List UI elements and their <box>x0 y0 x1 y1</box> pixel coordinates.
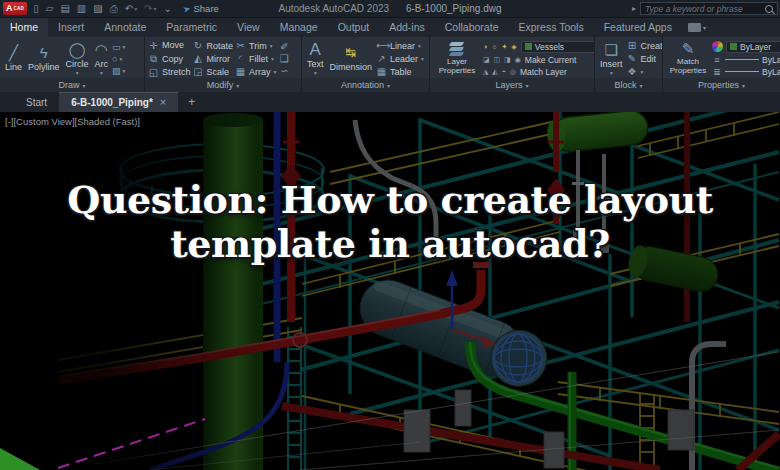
modify-panel-label[interactable]: Modify ▾ <box>145 78 301 92</box>
copy-icon: ⧉ <box>148 53 159 65</box>
create-block-icon: ⊞ <box>627 40 638 51</box>
ribbon-display-toggle[interactable]: ▾ <box>688 18 706 37</box>
tab-manage[interactable]: Manage <box>270 18 328 37</box>
layers-panel-label[interactable]: Layers ▾ <box>430 78 594 92</box>
hatch-tool[interactable]: ▨ ▾ <box>112 66 125 76</box>
linetype-icon: ≣ <box>712 67 722 77</box>
annotation-panel-label[interactable]: Annotation ▾ <box>302 78 429 92</box>
circle-dropdown-icon[interactable]: ▾ <box>76 70 79 76</box>
table-tool[interactable]: ▦ Table <box>376 66 424 77</box>
make-current-button[interactable]: ◪ ◫ ◨ ◉ Make Current <box>483 55 594 65</box>
arc-tool[interactable]: ◠ Arc ▾ <box>93 42 111 76</box>
viewport-menu-control[interactable]: [-] <box>5 116 13 127</box>
horizontal-tank <box>352 272 555 395</box>
undo-button[interactable]: ↶ ▾ <box>125 0 137 18</box>
window-title: Autodesk AutoCAD 2023 6-B-1000_Piping.dw… <box>240 0 540 18</box>
modify-extra-icons[interactable]: ✐❏∽ <box>278 41 290 77</box>
layer-dropdown[interactable]: Vessels ▾ <box>521 41 594 53</box>
match-layer-button[interactable]: ◮ ◭ ◓ ◎ Match Layer <box>483 67 594 77</box>
lineweight-dropdown[interactable]: ≡ ByLayer <box>712 55 780 65</box>
edit-block-tool[interactable]: ✎ Edit <box>627 53 662 64</box>
move-tool[interactable]: ✛ Move <box>148 40 191 51</box>
ribbon-tab-bar: Home Insert Annotate Parametric View Man… <box>0 18 780 37</box>
print-icon[interactable]: ⎙ <box>110 0 118 18</box>
tab-collaborate[interactable]: Collaborate <box>435 18 509 37</box>
leader-tool[interactable]: ↗ Leader ▾ <box>376 53 424 64</box>
copy-tool[interactable]: ⧉ Copy <box>148 53 191 65</box>
customize-qat-icon[interactable]: ⌄ <box>164 0 172 18</box>
open-icon[interactable]: ▱ <box>46 0 54 18</box>
autocad-logo[interactable]: A CAD <box>3 2 27 15</box>
tab-output[interactable]: Output <box>328 18 380 37</box>
linetype-dropdown[interactable]: ≣ ByLayer <box>712 67 780 77</box>
tab-add-ins[interactable]: Add-ins <box>379 18 435 37</box>
circle-tool[interactable]: ◯ Circle ▾ <box>64 42 91 76</box>
tab-parametric[interactable]: Parametric <box>156 18 227 37</box>
lineweight-sample <box>725 59 759 61</box>
lineweight-icon: ≡ <box>712 55 722 65</box>
tab-insert[interactable]: Insert <box>48 18 94 37</box>
line-tool[interactable]: ╱ Line <box>3 45 24 72</box>
rectangle-icon: ▭ <box>112 42 121 52</box>
tab-view[interactable]: View <box>227 18 270 37</box>
rotate-tool[interactable]: ↻ Rotate <box>193 40 234 51</box>
match-properties-button[interactable]: ✎ Match Properties <box>666 41 710 76</box>
create-block-tool[interactable]: ⊞ Create <box>627 40 662 51</box>
save-icon[interactable]: ▤ <box>60 0 69 18</box>
layer-tools-icons-row3[interactable]: ◮ ◭ ◓ ◎ <box>483 68 517 76</box>
start-tab[interactable]: Start <box>14 93 59 112</box>
new-file-icon[interactable]: ▯ <box>33 0 39 18</box>
rectangle-tool[interactable]: ▭ ▾ <box>112 42 125 52</box>
stretch-tool[interactable]: ◱ Stretch <box>148 67 191 78</box>
tab-express-tools[interactable]: Express Tools <box>508 18 593 37</box>
hatch-icon: ▨ <box>112 66 121 76</box>
close-tab-icon[interactable]: × <box>160 93 166 112</box>
ellipse-tool[interactable]: ○ ▾ <box>112 54 125 64</box>
linetype-sample <box>725 71 759 73</box>
trim-tool[interactable]: ✂ Trim ▾ <box>235 40 276 51</box>
insert-block-button[interactable]: ❏ Insert ▾ <box>598 42 625 76</box>
drawing-tab[interactable]: 6-B-1000_Piping* × <box>59 92 178 112</box>
viewport-controls: [-] [Custom View] [Shaded (Fast)] <box>5 116 140 127</box>
arc-icon: ◠ <box>95 42 108 58</box>
scale-tool[interactable]: ◲ Scale <box>193 66 234 77</box>
color-wheel-icon[interactable] <box>712 41 723 52</box>
polyline-tool[interactable]: ϟ Polyline <box>26 45 62 72</box>
search-expander-icon[interactable]: ▸ <box>632 4 636 13</box>
properties-panel-label[interactable]: Properties ▾ <box>663 78 780 92</box>
draw-panel-label[interactable]: Draw ▾ <box>0 78 144 92</box>
redo-dropdown-icon[interactable]: ▾ <box>154 5 157 12</box>
text-tool[interactable]: A Text ▾ <box>305 42 326 76</box>
search-input[interactable] <box>645 4 765 14</box>
share-button[interactable]: ➤ Share <box>183 3 219 14</box>
layer-properties-button[interactable]: Layer Properties <box>433 42 481 76</box>
object-color-dropdown[interactable]: ByLayer <box>726 41 780 53</box>
fillet-tool[interactable]: ◜ Fillet ▾ <box>235 53 276 64</box>
export-icon[interactable]: ▨ <box>93 0 102 18</box>
layer-state-icons[interactable]: ◑ ☼ ✦ ◈ <box>483 43 518 51</box>
tab-home[interactable]: Home <box>0 18 48 37</box>
tab-featured-apps[interactable]: Featured Apps <box>594 18 682 37</box>
help-search-box[interactable] <box>640 2 778 15</box>
array-tool[interactable]: ▦ Array ▾ <box>235 66 276 77</box>
block-attributes-tool[interactable]: ❖ ▾ <box>627 66 662 77</box>
search-icon[interactable] <box>765 5 773 13</box>
view-control[interactable]: [Custom View] <box>13 116 74 127</box>
block-panel-label[interactable]: Block ▾ <box>595 78 662 92</box>
new-drawing-tab-icon[interactable]: + <box>184 93 199 112</box>
question-overlay: Question: How to create layout template … <box>0 178 780 266</box>
tab-annotate[interactable]: Annotate <box>94 18 156 37</box>
match-properties-icon: ✎ <box>682 41 695 57</box>
undo-dropdown-icon[interactable]: ▾ <box>134 5 137 12</box>
redo-button[interactable]: ↷ ▾ <box>144 0 156 18</box>
visual-style-control[interactable]: [Shaded (Fast)] <box>75 116 140 127</box>
layer-tools-icons-row2[interactable]: ◪ ◫ ◨ ◉ <box>483 56 522 64</box>
mirror-tool[interactable]: ◭ Mirror <box>193 53 234 64</box>
drawing-viewport[interactable]: [-] [Custom View] [Shaded (Fast)] Questi… <box>0 112 780 470</box>
dimension-tool[interactable]: ↹ Dimension <box>328 45 375 72</box>
move-icon: ✛ <box>148 40 159 51</box>
linear-dimension-tool[interactable]: ⟷ Linear ▾ <box>376 40 424 51</box>
array-icon: ▦ <box>235 66 246 77</box>
arc-dropdown-icon[interactable]: ▾ <box>100 70 103 76</box>
save-as-icon[interactable]: ▥ <box>77 0 86 18</box>
